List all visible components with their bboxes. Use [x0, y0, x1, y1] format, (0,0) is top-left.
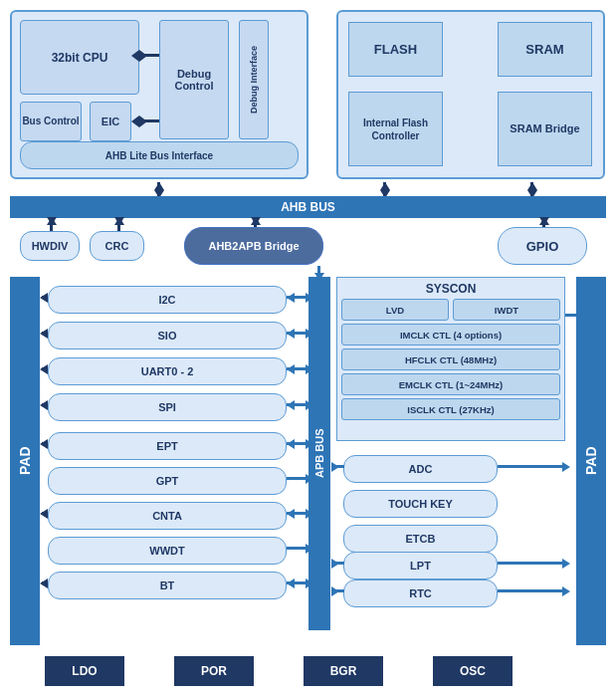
cpu-label: 32bit CPU [20, 20, 139, 95]
isclk-box: ISCLK CTL (27KHz) [341, 398, 560, 420]
arr-lpt-r [498, 562, 565, 565]
arr-spi-right [306, 400, 313, 410]
diagram: 32bit CPU Bus Control EIC Debug Control … [0, 0, 616, 694]
adc-box: ADC [343, 455, 498, 483]
arr-cnta-right [306, 509, 313, 519]
arr-gpt-right [306, 474, 313, 484]
imclk-box: IMCLK CTL (4 options) [341, 324, 560, 346]
arr-uart-right [306, 364, 313, 374]
arr-up7 [539, 217, 549, 225]
cnta-box: CNTA [48, 502, 287, 530]
hwdiv-box: HWDIV [20, 231, 80, 261]
arrow-right-1 [139, 50, 147, 62]
flash-box: FLASH [348, 22, 443, 77]
por-box: POR [174, 656, 254, 686]
arr-i2c-right2 [287, 293, 295, 303]
arr-syscon-r [578, 311, 586, 321]
bus-control-box: Bus Control [20, 102, 82, 141]
ahb-lite-bus: AHB Lite Bus Interface [20, 141, 299, 169]
arr-rtc-r [498, 589, 565, 592]
iwdt-box: IWDT [453, 299, 560, 321]
osc-box: OSC [433, 656, 513, 686]
sio-box: SIO [48, 322, 287, 349]
ldo-box: LDO [45, 656, 124, 686]
crc-box: CRC [90, 231, 144, 261]
memory-block: FLASH SRAM Internal Flash Controller SRA… [336, 10, 605, 179]
arr-i2c-left [40, 293, 48, 303]
arr-lpt-right [562, 559, 570, 569]
arr-up2 [527, 182, 537, 190]
arr-rtc-apb [332, 589, 344, 592]
debug-control-box: Debug Control [159, 20, 229, 139]
gpio-box: GPIO [498, 227, 587, 265]
arr-up6 [251, 217, 261, 225]
arrow-left-2 [131, 116, 139, 127]
rtc-box: RTC [343, 579, 498, 607]
arr-sio-right2 [287, 329, 295, 339]
arr-lpt-apb [332, 562, 344, 565]
arr-sio-right [306, 329, 313, 339]
emclk-box: EMCLK CTL (1~24MHz) [341, 373, 560, 395]
i2c-box: I2C [48, 286, 287, 314]
arr-up1 [380, 182, 390, 190]
arr-bt-right2 [287, 578, 295, 588]
arr-bt-left [40, 578, 48, 588]
arr-adc-right [562, 462, 570, 472]
arr-up4 [47, 217, 57, 225]
arr-uart-left [40, 364, 48, 374]
lvd-box: LVD [341, 299, 449, 321]
uart-box: UART0 - 2 [48, 357, 287, 385]
ept-box: EPT [48, 432, 287, 460]
eic-box: EIC [90, 102, 131, 141]
arrow-right-2 [139, 116, 147, 127]
gpt-box: GPT [48, 467, 287, 495]
touchkey-box: TOUCH KEY [343, 490, 498, 518]
bgr-box: BGR [304, 656, 383, 686]
arr-cnta-right2 [287, 509, 295, 519]
arr-bridge-dn [314, 273, 324, 281]
etcb-box: ETCB [343, 525, 498, 553]
arr-sio-left [40, 329, 48, 339]
arr-rtc-right [562, 586, 570, 596]
arr-i2c-right [306, 293, 313, 303]
ahb2apb-box: AHB2APB Bridge [184, 227, 323, 265]
arr-adc-r [498, 465, 565, 468]
sram-bridge-box: SRAM Bridge [498, 92, 592, 166]
arr-bt-right [306, 578, 313, 588]
arr-up3 [154, 182, 164, 190]
arr-up5 [114, 217, 124, 225]
arr-ept-left [40, 439, 48, 449]
spi-box: SPI [48, 393, 287, 421]
debug-interface-box: Debug Interface [239, 20, 269, 139]
syscon-block: SYSCON LVD IWDT IMCLK CTL (4 options) HF… [336, 277, 565, 441]
cpu-block: 32bit CPU Bus Control EIC Debug Control … [10, 10, 308, 179]
arr-uart-right2 [287, 364, 295, 374]
arr-ept-right [306, 439, 313, 449]
syscon-row1: LVD IWDT [341, 299, 560, 321]
arr-adc-apb [332, 465, 344, 468]
arr-spi-right2 [287, 400, 295, 410]
arr-wwdt-right [306, 544, 313, 554]
arr-spi-left [40, 400, 48, 410]
syscon-title: SYSCON [341, 282, 560, 296]
pad-right: PAD [576, 277, 606, 645]
int-flash-box: Internal Flash Controller [348, 92, 443, 166]
wwdt-box: WWDT [48, 537, 287, 565]
sram-box: SRAM [498, 22, 592, 77]
hfclk-box: HFCLK CTL (48MHz) [341, 348, 560, 370]
lpt-box: LPT [343, 552, 498, 579]
pad-left: PAD [10, 277, 40, 645]
arr-ept-right2 [287, 439, 295, 449]
arr-cnta-left [40, 509, 48, 519]
arrow-left-1 [131, 50, 139, 62]
bt-box: BT [48, 572, 287, 599]
ahb-bus-bar: AHB BUS [10, 196, 606, 218]
